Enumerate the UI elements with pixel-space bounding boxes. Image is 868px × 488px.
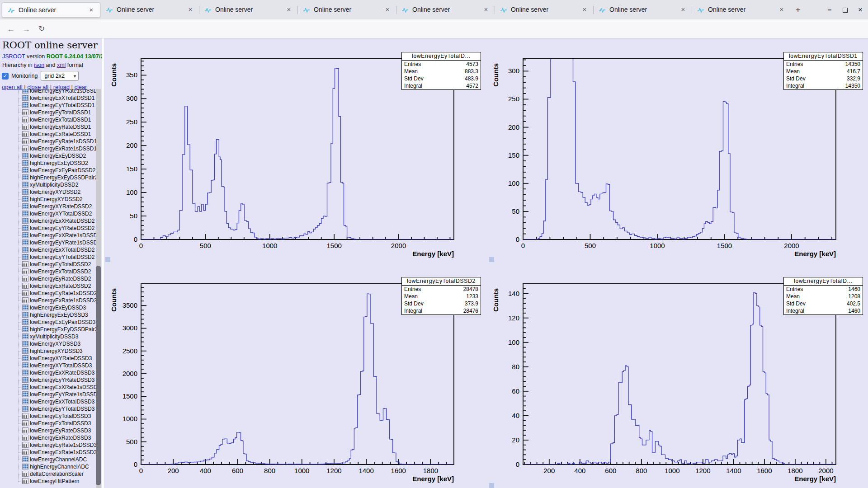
sidebar-item[interactable]: lowEnergyXYRateDSSD3 — [0, 355, 102, 362]
sidebar-item[interactable]: lowEnergyXYRateDSSD2 — [0, 203, 102, 210]
sidebar-item[interactable]: lowEnergyXYDSSD3 — [0, 340, 102, 347]
sidebar-item[interactable]: highEnergyChannelADC — [0, 463, 102, 470]
sidebar-item[interactable]: xyMultiplicityDSSD3 — [0, 333, 102, 340]
sidebar-item[interactable]: lowEnergyEyYTotalDSSD2 — [0, 253, 102, 261]
sidebar-item[interactable]: lowEnergyExXTotalDSSD1 — [0, 94, 102, 102]
sidebar-item[interactable]: lowEnergyEyRateDSSD2 — [0, 275, 102, 282]
sidebar-item[interactable]: lowEnergyEyRateDSSD3 — [0, 427, 102, 434]
sidebar-item[interactable]: highEnergyExEyDSSDPair3 — [0, 326, 102, 333]
sidebar-item[interactable]: highEnergyXYDSSD3 — [0, 347, 102, 355]
forward-button[interactable]: → — [20, 23, 33, 35]
plot-pad-top-left[interactable]: 0500100015002000050100150200250300350Ene… — [104, 38, 486, 263]
sidebar-item[interactable]: lowEnergyExXRateDSSD2 — [0, 217, 102, 225]
sidebar-item[interactable]: lowEnergyChannelADC — [0, 456, 102, 463]
sidebar-item[interactable]: lowEnergyEyTotalDSSD2 — [0, 261, 102, 268]
stats-box[interactable]: lowEnergyEyTotalDSSD1Entries14350Mean416… — [783, 52, 863, 90]
sidebar-item[interactable]: lowEnergyExTotalDSSD3 — [0, 420, 102, 427]
sidebar-item[interactable]: highEnergyXYDSSD2 — [0, 196, 102, 203]
sidebar-item[interactable]: lowEnergyExXRate1sDSSD2 — [0, 232, 102, 239]
plot-pad-top-right[interactable]: 0500100015002000050100150200250300Energy… — [486, 38, 868, 263]
sidebar-item[interactable]: lowEnergyExXRate1sDSSD3 — [0, 384, 102, 391]
sidebar-item[interactable]: lowEnergyEyTotalDSSD1 — [0, 109, 102, 116]
sidebar-item[interactable]: xyMultiplicityDSSD2 — [0, 181, 102, 188]
browser-tab[interactable]: Online server× — [396, 2, 495, 18]
sidebar-item[interactable]: highEnergyExEyDSSD3 — [0, 311, 102, 319]
browser-tab[interactable]: Online server× — [593, 2, 692, 18]
sidebar-scrollbar[interactable] — [96, 89, 101, 488]
sidebar-item[interactable]: lowEnergyEyTotalDSSD3 — [0, 413, 102, 420]
sidebar-item[interactable]: lowEnergyExXTotalDSSD3 — [0, 398, 102, 405]
window-close-button[interactable]: × — [854, 4, 866, 16]
y-tick-label: 1500 — [123, 392, 137, 400]
browser-tab[interactable]: Online server× — [495, 2, 593, 18]
sidebar-item[interactable]: lowEnergyEyRate1sDSSD3 — [0, 441, 102, 449]
xml-link[interactable]: xml — [57, 62, 66, 68]
sidebar-item[interactable]: lowEnergyEyYTotalDSSD1 — [0, 102, 102, 109]
scrollbar-thumb[interactable] — [96, 266, 101, 485]
tab-close-icon[interactable]: × — [679, 5, 687, 14]
browser-tab[interactable]: Online server× — [692, 2, 790, 18]
sidebar-item[interactable]: lowEnergyHitPattern — [0, 478, 102, 485]
sidebar-item[interactable]: lowEnergyExRateDSSD3 — [0, 434, 102, 441]
sidebar-item[interactable]: lowEnergyXYDSSD2 — [0, 188, 102, 196]
sidebar-item[interactable]: lowEnergyEyYRate1sDSSD2 — [0, 239, 102, 246]
monitoring-checkbox[interactable]: ✓ — [2, 73, 9, 80]
sidebar-item[interactable]: lowEnergyExXRateDSSD3 — [0, 369, 102, 376]
browser-tab[interactable]: Online server× — [2, 2, 100, 18]
sidebar-item[interactable]: lowEnergyEyYRateDSSD2 — [0, 225, 102, 232]
pad-resize-handle[interactable] — [105, 257, 110, 262]
sidebar-item[interactable]: lowEnergyExEyDSSD3 — [0, 304, 102, 311]
stats-box[interactable]: lowEnergyEyTotalD...Entries1460Mean1208S… — [783, 277, 863, 315]
sidebar-item[interactable]: lowEnergyExEyPairDSSD3 — [0, 319, 102, 326]
sidebar-item[interactable]: lowEnergyEyRateDSSD1 — [0, 123, 102, 131]
sidebar-item[interactable]: lowEnergyXYTotalDSSD3 — [0, 362, 102, 369]
sidebar-item[interactable]: deltaCorrelationScaler — [0, 470, 102, 478]
json-link[interactable]: json — [34, 62, 44, 68]
back-button[interactable]: ← — [5, 23, 17, 35]
browser-tab[interactable]: Online server× — [100, 2, 199, 18]
jsroot-link[interactable]: JSROOT — [2, 53, 25, 60]
tab-close-icon[interactable]: × — [778, 5, 786, 14]
browser-tab[interactable]: Online server× — [297, 2, 396, 18]
layout-select[interactable]: grid 2x2▾ — [41, 71, 79, 81]
stats-box[interactable]: lowEnergyEyTotalD...Entries4573Mean883.3… — [401, 52, 481, 90]
sidebar-item[interactable]: lowEnergyEyYTotalDSSD3 — [0, 405, 102, 413]
sidebar-item[interactable]: lowEnergyExRate1sDSSD2 — [0, 297, 102, 304]
sidebar-item[interactable]: lowEnergyExRateDSSD1 — [0, 131, 102, 138]
sidebar-item[interactable]: lowEnergyExXTotalDSSD2 — [0, 246, 102, 253]
sidebar-item[interactable]: lowEnergyExTotalDSSD2 — [0, 268, 102, 275]
sidebar-item[interactable]: lowEnergyExTotalDSSD1 — [0, 116, 102, 123]
sidebar-item[interactable]: lowEnergyExEyDSSD2 — [0, 152, 102, 160]
stats-box[interactable]: lowEnergyEyTotalDSSD2Entries28478Mean123… — [401, 277, 481, 315]
sidebar-item[interactable]: highEnergyExEyDSSD2 — [0, 160, 102, 167]
tab-close-icon[interactable]: × — [186, 5, 194, 14]
pad-resize-handle[interactable] — [489, 483, 494, 488]
sidebar-item[interactable]: lowEnergyXYTotalDSSD2 — [0, 210, 102, 217]
plot-pad-bottom-left[interactable]: 0200400600800100012001400160018000500100… — [104, 263, 486, 488]
tab-close-icon[interactable]: × — [87, 6, 95, 14]
sidebar-item[interactable]: lowEnergyEyRate1sDSSD2 — [0, 290, 102, 297]
sidebar-item[interactable]: lowEnergyExRate1sDSSD1 — [0, 145, 102, 152]
window-maximize-button[interactable] — [839, 4, 851, 16]
sidebar-item[interactable]: lowEnergyEyRate1sDSSD1 — [0, 138, 102, 145]
tab-close-icon[interactable]: × — [580, 5, 589, 14]
reload-button[interactable]: ↻ — [35, 23, 48, 35]
tab-close-icon[interactable]: × — [383, 5, 392, 14]
plot-pad-bottom-right[interactable]: 2004006008001000120014001600180020000204… — [486, 263, 868, 488]
browser-tab[interactable]: Online server× — [199, 2, 297, 18]
sidebar-item[interactable]: lowEnergyEyYRate1sDSSD1 — [0, 89, 102, 94]
sidebar-item[interactable]: lowEnergyExRate1sDSSD3 — [0, 449, 102, 456]
sidebar-item[interactable]: lowEnergyExEyPairDSSD2 — [0, 167, 102, 174]
new-tab-button[interactable]: + — [792, 4, 804, 16]
sidebar-item[interactable]: lowEnergyEyYRateDSSD3 — [0, 376, 102, 384]
window-minimize-button[interactable]: – — [824, 4, 835, 16]
pad-resize-handle[interactable] — [489, 257, 494, 262]
sidebar-item[interactable]: lowEnergyEyYRate1sDSSD3 — [0, 391, 102, 398]
hierarchy-sidebar: ROOT online server JSROOT version ROOT 6… — [0, 38, 102, 488]
tab-close-icon[interactable]: × — [482, 5, 490, 14]
sidebar-item[interactable]: lowEnergyExRateDSSD2 — [0, 282, 102, 290]
histogram-2d-icon — [22, 167, 28, 173]
sidebar-item[interactable]: highEnergyExEyDSSDPair2 — [0, 174, 102, 181]
sidebar-item-label: lowEnergyXYRateDSSD2 — [30, 203, 92, 210]
tab-close-icon[interactable]: × — [285, 5, 293, 14]
